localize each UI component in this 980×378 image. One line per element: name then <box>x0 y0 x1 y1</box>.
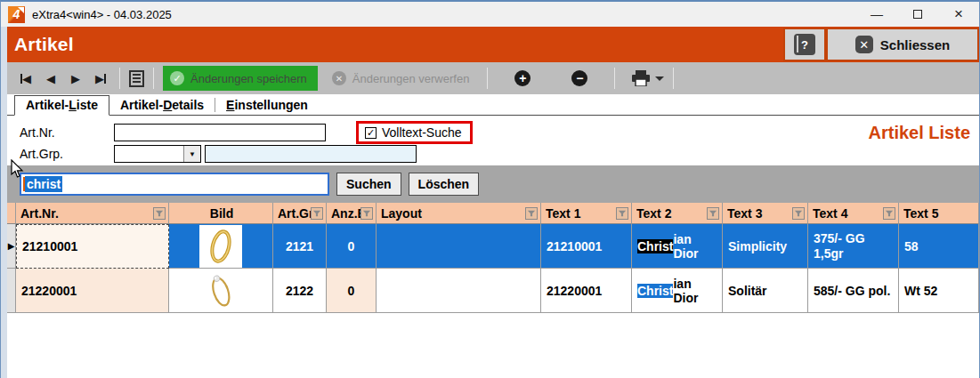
nav-previous-button[interactable]: ◀ <box>41 68 61 89</box>
nav-last-button[interactable]: ▶ <box>91 68 110 89</box>
cell-artgrp[interactable]: 2121 <box>273 224 327 269</box>
column-label: Text 2 <box>636 206 707 221</box>
minimize-button[interactable]: — <box>856 2 897 27</box>
artnr-label: Art.Nr. <box>20 125 114 140</box>
help-button[interactable]: ? <box>783 28 826 61</box>
column-header-text3[interactable]: Text 3 <box>723 203 808 224</box>
nav-next-icon: ▶ <box>71 72 80 85</box>
article-image <box>199 225 242 268</box>
tab-label-part: Artikel- <box>120 98 163 112</box>
column-label: Text 5 <box>903 206 976 221</box>
row-marker-cell[interactable] <box>7 269 16 313</box>
cell-text1[interactable]: 21220001 <box>541 269 632 313</box>
loeschen-button[interactable]: Löschen <box>409 173 480 196</box>
filter-icon[interactable] <box>360 207 373 220</box>
column-header-layout[interactable]: Layout <box>377 203 541 224</box>
delete-record-button[interactable]: − <box>571 70 587 86</box>
column-header-bild[interactable]: Bild <box>169 203 273 224</box>
app-window: 4 eXtra4<win4> - 04.03.2025 — × Artikel … <box>0 0 980 378</box>
add-record-button[interactable]: + <box>514 70 530 86</box>
tab-label-accel: L <box>69 98 77 112</box>
filter-icon[interactable] <box>707 207 719 220</box>
cell-bild[interactable] <box>169 269 273 313</box>
tab-label-part: etails <box>172 98 204 112</box>
column-label: Anz.Et <box>331 206 360 221</box>
column-label: Art.Grp <box>278 206 311 221</box>
last-bar-icon <box>104 74 106 84</box>
column-header-text5[interactable]: Text 5 <box>899 203 979 224</box>
window-frame: Artikel ? ✕ Schliessen ◀ ◀ ▶ ▶ ✓ Änd <box>1 27 979 378</box>
header-buttons: ? ✕ Schliessen <box>783 28 979 61</box>
discard-changes-button[interactable]: ✕ Änderungen verwerfen <box>323 66 479 91</box>
discard-cross-icon: ✕ <box>332 71 346 85</box>
list-view-icon[interactable] <box>129 70 144 87</box>
cell-text5[interactable]: Wt 52 <box>899 269 979 313</box>
column-label: Text 1 <box>546 206 616 221</box>
mouse-cursor-icon <box>11 159 25 179</box>
nav-first-icon: ◀ <box>22 72 31 85</box>
fulltext-label: Volltext-Suche <box>382 125 462 140</box>
nav-first-button[interactable]: ◀ <box>16 68 36 89</box>
filter-icon[interactable] <box>792 207 805 220</box>
dropdown-arrow-icon[interactable]: ▼ <box>183 146 200 162</box>
cell-text3[interactable]: Solitär <box>723 269 808 313</box>
tab-artikel-liste[interactable]: Artikel-Liste <box>14 95 109 116</box>
article-table: Art.Nr. Bild Art.Grp Anz.Et Layout Text … <box>7 203 979 313</box>
filter-icon[interactable] <box>311 207 323 220</box>
column-label: Layout <box>381 206 525 221</box>
column-label: Text 3 <box>727 206 792 221</box>
print-dropdown-icon[interactable] <box>655 76 664 81</box>
filter-icon[interactable] <box>525 207 538 220</box>
help-book-icon: ? <box>794 34 815 55</box>
column-header-artnr[interactable]: Art.Nr. <box>16 203 169 224</box>
cell-artgrp[interactable]: 2122 <box>273 269 327 313</box>
toolbar: ◀ ◀ ▶ ▶ ✓ Änderungen speichern ✕ Änderun… <box>7 62 979 94</box>
cell-anz[interactable]: 0 <box>327 269 377 313</box>
cell-text4[interactable]: 375/- GG 1,5gr <box>808 224 899 269</box>
cell-text2[interactable]: Christian Dior <box>632 224 723 269</box>
tab-artikel-details[interactable]: Artikel-Details <box>109 96 215 115</box>
cell-layout[interactable] <box>377 269 541 313</box>
tab-label-accel: D <box>163 98 172 112</box>
search-input[interactable]: christ <box>20 173 329 196</box>
column-header-artgrp[interactable]: Art.Grp <box>273 203 327 224</box>
cell-text1[interactable]: 21210001 <box>541 224 632 269</box>
filter-icon[interactable] <box>883 207 895 220</box>
column-header-text4[interactable]: Text 4 <box>808 203 899 224</box>
maximize-button[interactable] <box>897 2 938 27</box>
save-changes-button[interactable]: ✓ Änderungen speichern <box>163 66 318 91</box>
cell-artnr[interactable]: 21220001 <box>16 269 169 313</box>
schliessen-label: Schliessen <box>880 37 950 52</box>
cell-anz[interactable]: 0 <box>327 224 377 269</box>
artgrp-dropdown[interactable]: ▼ <box>114 145 201 163</box>
print-button[interactable] <box>631 70 664 86</box>
column-header-text2[interactable]: Text 2 <box>632 203 723 224</box>
cell-text5[interactable]: 58 <box>899 224 979 269</box>
cell-text3[interactable]: Simplicity <box>723 224 808 269</box>
tab-label-part: instellungen <box>234 98 307 112</box>
cell-text4[interactable]: 585/- GG pol. <box>808 269 899 313</box>
artgrp-value-field[interactable] <box>205 145 417 163</box>
fulltext-checkbox[interactable]: ✓ <box>365 127 377 139</box>
search-selected-text: christ <box>25 176 62 192</box>
close-window-button[interactable]: × <box>938 2 979 27</box>
suchen-button[interactable]: Suchen <box>336 173 401 196</box>
empty-area <box>7 313 979 378</box>
filter-icon[interactable] <box>153 207 166 220</box>
discard-changes-label: Änderungen verwerfen <box>352 72 470 85</box>
tab-einstellungen[interactable]: Einstellungen <box>215 96 319 115</box>
filter-icon[interactable] <box>616 207 628 220</box>
row-marker-icon: ▶ <box>8 241 15 251</box>
cell-artnr[interactable]: 21210001 <box>16 224 169 269</box>
cell-layout[interactable] <box>377 224 541 269</box>
column-header-anzet[interactable]: Anz.Et <box>327 203 377 224</box>
app-logo-icon: 4 <box>8 6 25 23</box>
column-header-text1[interactable]: Text 1 <box>541 203 632 224</box>
cell-text2[interactable]: Christian Dior <box>632 269 723 313</box>
nav-next-button[interactable]: ▶ <box>66 68 85 89</box>
schliessen-button[interactable]: ✕ Schliessen <box>826 28 979 61</box>
window-title: eXtra4<win4> - 04.03.2025 <box>32 8 172 21</box>
cell-bild[interactable] <box>169 224 273 269</box>
row-marker-cell[interactable]: ▶ <box>7 224 16 269</box>
artnr-input[interactable] <box>114 124 326 141</box>
